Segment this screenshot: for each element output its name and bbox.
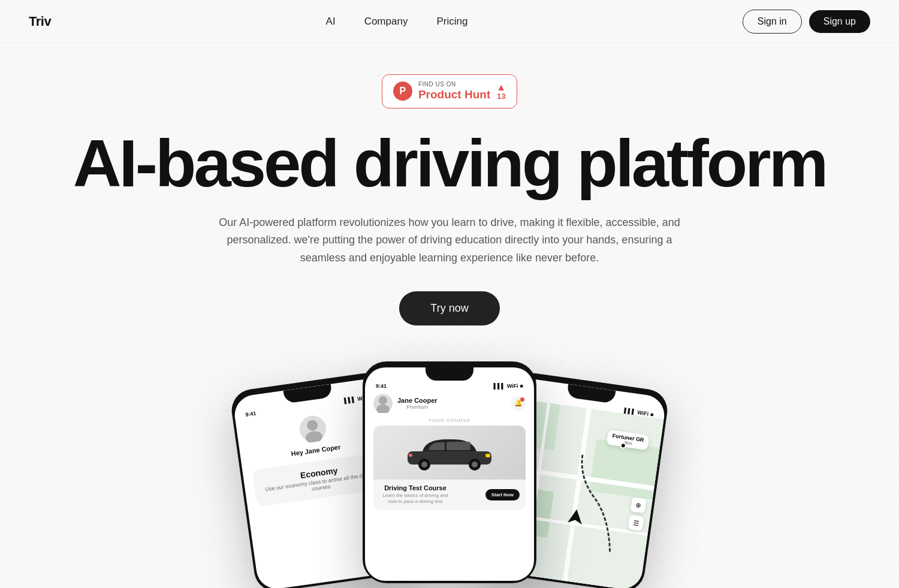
signin-button[interactable]: Sign in xyxy=(743,10,802,34)
ph-name-label: Product Hunt xyxy=(418,88,490,102)
svg-marker-20 xyxy=(568,508,584,524)
svg-point-2 xyxy=(379,396,387,405)
nav-links: AI Company Pricing xyxy=(326,16,468,28)
hero-title: AI-based driving platform xyxy=(0,130,899,197)
brand-logo: Triv xyxy=(29,14,51,29)
try-now-button[interactable]: Try now xyxy=(399,291,499,325)
course-label: YOUR COURSE xyxy=(365,418,534,423)
status-icons-center: ▌▌▌ WiFi ■ xyxy=(494,383,524,389)
greeting-left: Hey Jane Coper xyxy=(291,443,341,457)
course-desc: Learn the basics of driving and how to p… xyxy=(379,493,451,505)
center-header: Jane Cooper Premium 🔔 xyxy=(365,389,534,418)
svg-rect-9 xyxy=(447,442,470,450)
nav-link-pricing[interactable]: Pricing xyxy=(436,16,467,28)
ph-vote-count: 13 xyxy=(497,92,505,100)
center-user-info: Jane Cooper Premium xyxy=(397,397,438,410)
hero-subtitle: Our AI-powered platform revolutionizes h… xyxy=(204,214,695,267)
notification-dot xyxy=(520,397,524,402)
ph-text-block: FIND US ON Product Hunt xyxy=(418,81,490,102)
center-user-name: Jane Cooper xyxy=(397,397,438,404)
center-avatar xyxy=(373,394,393,413)
nav-actions: Sign in Sign up xyxy=(743,10,870,34)
svg-point-0 xyxy=(306,419,318,431)
ph-votes-block: ▲ 13 xyxy=(496,83,506,100)
svg-rect-11 xyxy=(409,454,412,457)
svg-point-3 xyxy=(376,405,390,413)
course-card: Driving Test Course Learn the basics of … xyxy=(373,426,526,510)
ph-arrow-icon: ▲ xyxy=(496,83,506,92)
avatar-left xyxy=(298,414,328,444)
center-user-plan: Premium xyxy=(397,404,438,410)
navigation-arrow xyxy=(566,506,585,528)
svg-rect-10 xyxy=(485,454,490,457)
time-center: 9:41 xyxy=(376,383,387,389)
nav-link-ai[interactable]: AI xyxy=(326,16,336,28)
ph-find-label: FIND US ON xyxy=(418,81,456,88)
course-text: Driving Test Course Learn the basics of … xyxy=(379,484,451,505)
phones-container: 9:41 ▌▌▌ WiFi ■ Hey Jane Coper xyxy=(0,361,899,588)
nav-link-company[interactable]: Company xyxy=(364,16,408,28)
bell-icon: 🔔 xyxy=(511,396,526,411)
svg-point-8 xyxy=(472,462,478,468)
phone-notch-center xyxy=(426,367,473,381)
status-bar-center: 9:41 ▌▌▌ WiFi ■ xyxy=(365,381,534,389)
center-user-block: Jane Cooper Premium xyxy=(373,394,438,413)
navbar: Triv AI Company Pricing Sign in Sign up xyxy=(0,0,899,43)
course-title: Driving Test Course xyxy=(379,484,451,491)
course-info: Driving Test Course Learn the basics of … xyxy=(373,480,526,510)
svg-point-6 xyxy=(421,462,427,468)
signup-button[interactable]: Sign up xyxy=(809,10,870,33)
ph-logo-icon: P xyxy=(393,82,412,101)
start-now-button[interactable]: Start Now xyxy=(485,489,520,500)
svg-point-1 xyxy=(305,430,324,444)
map-control-2[interactable]: ☰ xyxy=(628,515,644,531)
course-car-image xyxy=(373,426,526,480)
phone-center: 9:41 ▌▌▌ WiFi ■ xyxy=(363,361,536,583)
phone-center-screen: 9:41 ▌▌▌ WiFi ■ xyxy=(365,367,534,581)
product-hunt-badge[interactable]: P FIND US ON Product Hunt ▲ 13 xyxy=(382,74,517,108)
map-control-1[interactable]: ⊕ xyxy=(630,497,647,513)
hero-section: P FIND US ON Product Hunt ▲ 13 AI-based … xyxy=(0,43,899,588)
